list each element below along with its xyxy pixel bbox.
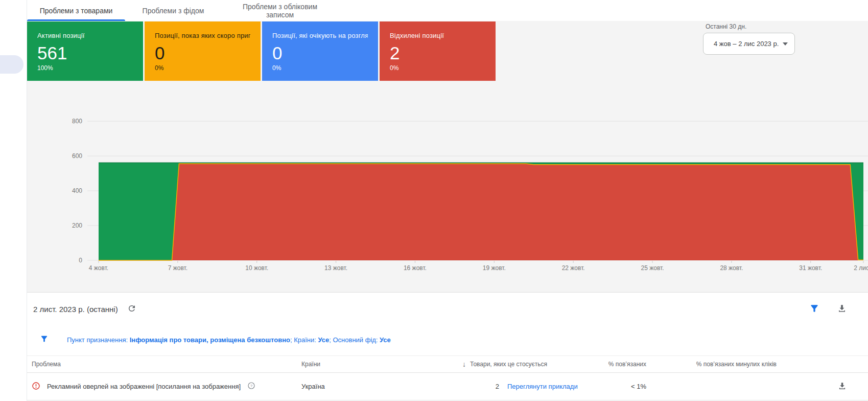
issues-tabbar: Проблеми з товарами Проблеми з фідом Про…: [27, 0, 868, 21]
download-row-button[interactable]: [835, 379, 849, 394]
card-pending-items[interactable]: Позиції, які очікують на розгляд 0 0%: [262, 21, 378, 81]
tab-account-issues[interactable]: Проблеми з обліковим записом: [221, 0, 339, 21]
card-label: Позиції, які очікують на розгляд: [272, 32, 368, 39]
tab-label: Проблеми з товарами: [40, 7, 113, 15]
filter-button[interactable]: [807, 301, 822, 317]
card-percent: 100%: [37, 64, 133, 72]
issue-title: Рекламний оверлей на зображенні [посилан…: [47, 383, 241, 390]
card-label: Відхилені позиції: [390, 32, 485, 39]
svg-text:?: ?: [250, 384, 252, 388]
card-value: 0: [272, 44, 368, 62]
sidebar-highlight-pill[interactable]: [0, 55, 24, 74]
card-value: 0: [155, 44, 250, 62]
merchant-center-products-page: Проблеми з товарами Проблеми з фідом Про…: [0, 0, 868, 401]
date-range-widget: Останні 30 дн. 4 жов – 2 лис 2023 р.: [703, 23, 795, 55]
card-percent: 0%: [155, 64, 250, 72]
issues-table-panel: 2 лист. 2023 р. (останні): [27, 292, 868, 401]
tab-feed-issues[interactable]: Проблеми з фідом: [125, 0, 221, 21]
linked-percent-value: < 1%: [588, 383, 646, 390]
svg-text:13 жовт.: 13 жовт.: [324, 264, 347, 272]
svg-text:2 лист.: 2 лист.: [854, 264, 868, 272]
filter-funnel-icon: [40, 335, 49, 345]
active-filters-bar[interactable]: Пункт призначення: Інформація про товари…: [27, 328, 868, 351]
svg-text:800: 800: [72, 118, 82, 125]
error-icon: [32, 382, 40, 392]
products-count: 2: [462, 383, 499, 390]
svg-text:200: 200: [72, 222, 82, 229]
issue-country: Україна: [301, 383, 462, 390]
table-row: Рекламний оверлей на зображенні [посилан…: [27, 373, 868, 400]
filter-funnel-icon: [809, 303, 819, 315]
svg-text:10 жовт.: 10 жовт.: [245, 264, 268, 272]
products-status-chart: 02004006008004 жовт.7 жовт.10 жовт.13 жо…: [58, 100, 868, 277]
sort-desc-icon: ↓: [462, 360, 466, 368]
status-cards: Активні позиції 561 100% Позиції, показ …: [27, 21, 496, 81]
date-range-value: 4 жов – 2 лис 2023 р.: [714, 40, 779, 48]
card-percent: 0%: [272, 64, 368, 72]
tab-label: Проблеми з фідом: [143, 7, 204, 15]
date-range-caption: Останні 30 дн.: [706, 23, 795, 30]
svg-text:22 жовт.: 22 жовт.: [562, 264, 585, 272]
card-active-items[interactable]: Активні позиції 561 100%: [27, 21, 143, 81]
table-date-caption: 2 лист. 2023 р. (останні): [33, 305, 118, 314]
tab-label: Проблеми з обліковим записом: [236, 3, 325, 19]
left-sidebar-strip: [0, 0, 27, 401]
header-products-sort[interactable]: ↓ Товари, яких це стосується: [462, 360, 588, 368]
card-label: Активні позиції: [37, 32, 133, 39]
view-examples-link[interactable]: Переглянути приклади: [507, 383, 578, 390]
chevron-down-icon: [783, 42, 788, 46]
header-linked-percent: % пов’язаних: [588, 361, 646, 368]
card-value: 2: [390, 44, 485, 62]
tab-product-issues[interactable]: Проблеми з товарами: [27, 0, 125, 21]
card-value: 561: [37, 44, 133, 62]
table-header-row: Проблема Країни ↓ Товари, яких це стосує…: [27, 355, 868, 373]
card-expiring-items[interactable]: Позиції, показ яких скоро прип… 0 0%: [145, 21, 261, 81]
card-label: Позиції, показ яких скоро прип…: [155, 32, 250, 39]
svg-text:19 жовт.: 19 жовт.: [483, 264, 506, 272]
header-country: Країни: [301, 361, 462, 368]
refresh-icon: [127, 304, 136, 315]
svg-text:31 жовт.: 31 жовт.: [799, 264, 822, 272]
download-icon: [837, 381, 847, 392]
svg-text:600: 600: [72, 152, 82, 160]
svg-text:16 жовт.: 16 жовт.: [404, 264, 427, 272]
download-icon: [837, 303, 847, 315]
help-icon[interactable]: ?: [247, 382, 255, 391]
svg-text:400: 400: [72, 187, 82, 194]
header-issue: Проблема: [32, 361, 301, 368]
date-range-select[interactable]: 4 жов – 2 лис 2023 р.: [703, 33, 795, 55]
svg-text:7 жовт.: 7 жовт.: [168, 264, 187, 272]
svg-text:4 жовт.: 4 жовт.: [89, 264, 108, 272]
table-toolbar: 2 лист. 2023 р. (останні): [27, 293, 868, 325]
download-table-button[interactable]: [835, 301, 849, 317]
active-filters-text: Пункт призначення: Інформація про товари…: [67, 336, 391, 344]
svg-text:0: 0: [79, 257, 82, 264]
svg-text:25 жовт.: 25 жовт.: [641, 264, 664, 272]
svg-text:28 жовт.: 28 жовт.: [720, 264, 743, 272]
refresh-button[interactable]: [125, 302, 138, 317]
header-linked-past-percent: % пов’язаних минулих кліків: [646, 361, 777, 368]
card-percent: 0%: [390, 64, 485, 72]
overview-section: Активні позиції 561 100% Позиції, показ …: [27, 21, 868, 292]
header-products: Товари, яких це стосується: [470, 361, 547, 368]
card-disapproved-items[interactable]: Відхилені позиції 2 0%: [380, 21, 496, 81]
